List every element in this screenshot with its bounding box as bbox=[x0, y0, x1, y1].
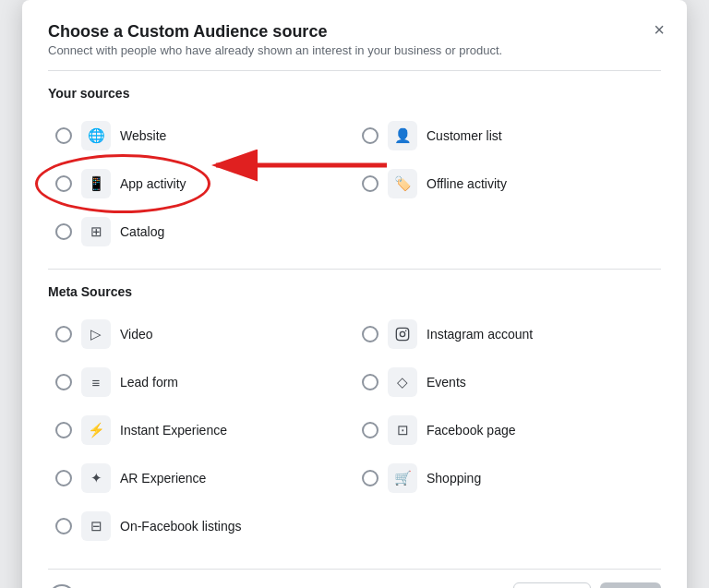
svg-point-4 bbox=[405, 330, 407, 332]
on-facebook-listings-icon: ⊟ bbox=[81, 511, 111, 541]
option-facebook-page[interactable]: ⊡ Facebook page bbox=[354, 406, 661, 454]
instant-experience-label: Instant Experience bbox=[120, 423, 227, 438]
customer-list-label: Customer list bbox=[427, 128, 502, 143]
radio-video[interactable] bbox=[55, 326, 72, 342]
offline-activity-icon: 🏷️ bbox=[388, 169, 417, 198]
radio-events[interactable] bbox=[362, 374, 379, 390]
website-icon: 🌐 bbox=[81, 121, 111, 150]
instagram-account-label: Instagram account bbox=[427, 327, 533, 342]
modal-title: Choose a Custom Audience source bbox=[48, 22, 661, 42]
footer-actions: Cancel Next bbox=[513, 582, 661, 588]
option-catalog[interactable]: ⊞ Catalog bbox=[48, 208, 354, 256]
video-label: Video bbox=[120, 327, 153, 342]
option-events[interactable]: ◇ Events bbox=[354, 358, 661, 406]
instagram-svg bbox=[395, 327, 410, 342]
catalog-label: Catalog bbox=[120, 224, 164, 239]
meta-left-col: ▷ Video ≡ Lead form ⚡ Instant Experience bbox=[48, 310, 354, 550]
customer-list-icon: 👤 bbox=[388, 121, 417, 150]
instagram-account-icon bbox=[388, 319, 417, 349]
app-activity-label: App activity bbox=[120, 176, 186, 191]
option-customer-list[interactable]: 👤 Customer list bbox=[354, 112, 661, 160]
header-divider bbox=[48, 70, 661, 71]
option-video[interactable]: ▷ Video bbox=[48, 310, 354, 358]
radio-ar-experience[interactable] bbox=[55, 470, 72, 486]
lead-form-icon: ≡ bbox=[81, 367, 111, 397]
option-app-activity[interactable]: 📱 App activity bbox=[48, 160, 354, 208]
option-website[interactable]: 🌐 Website bbox=[48, 112, 354, 160]
meta-sources-grid: ▷ Video ≡ Lead form ⚡ Instant Experience bbox=[48, 310, 661, 550]
app-activity-icon: 📱 bbox=[81, 169, 111, 198]
your-sources-section: Your sources 🌐 Website 📱 App activity bbox=[48, 86, 661, 256]
svg-point-3 bbox=[400, 331, 404, 336]
your-sources-label: Your sources bbox=[48, 86, 661, 101]
ar-experience-label: AR Experience bbox=[120, 471, 206, 486]
facebook-page-icon: ⊡ bbox=[388, 415, 417, 445]
meta-sources-section: Meta Sources ▷ Video ≡ Lead form bbox=[48, 284, 661, 550]
website-label: Website bbox=[120, 128, 166, 143]
radio-on-facebook-listings[interactable] bbox=[55, 518, 72, 534]
video-icon: ▷ bbox=[81, 319, 111, 349]
radio-app-activity[interactable] bbox=[55, 175, 72, 192]
shopping-icon: 🛒 bbox=[388, 463, 417, 493]
radio-shopping[interactable] bbox=[362, 470, 379, 486]
option-shopping[interactable]: 🛒 Shopping bbox=[354, 454, 661, 502]
your-sources-grid: 🌐 Website 📱 App activity ⊞ Catalog bbox=[48, 112, 661, 256]
lead-form-label: Lead form bbox=[120, 375, 178, 390]
facebook-page-label: Facebook page bbox=[427, 423, 516, 438]
radio-facebook-page[interactable] bbox=[362, 422, 379, 438]
radio-catalog[interactable] bbox=[55, 223, 72, 240]
modal-header: Choose a Custom Audience source Connect … bbox=[48, 22, 661, 57]
instant-experience-icon: ⚡ bbox=[81, 415, 111, 445]
meta-sources-label: Meta Sources bbox=[48, 284, 661, 299]
option-on-facebook-listings[interactable]: ⊟ On-Facebook listings bbox=[48, 502, 354, 550]
events-label: Events bbox=[427, 375, 466, 390]
option-instagram-account[interactable]: Instagram account bbox=[354, 310, 661, 358]
modal-subtitle: Connect with people who have already sho… bbox=[48, 43, 661, 57]
option-lead-form[interactable]: ≡ Lead form bbox=[48, 358, 354, 406]
cancel-button[interactable]: Cancel bbox=[513, 582, 591, 588]
radio-customer-list[interactable] bbox=[362, 127, 379, 144]
offline-activity-label: Offline activity bbox=[427, 176, 507, 191]
option-ar-experience[interactable]: ✦ AR Experience bbox=[48, 454, 354, 502]
radio-instant-experience[interactable] bbox=[55, 422, 72, 438]
meta-right-col: Instagram account ◇ Events ⊡ Facebook pa… bbox=[354, 310, 661, 550]
ar-experience-icon: ✦ bbox=[81, 463, 111, 493]
option-offline-activity[interactable]: 🏷️ Offline activity bbox=[354, 160, 661, 208]
section-divider bbox=[48, 269, 661, 270]
events-icon: ◇ bbox=[388, 367, 417, 397]
on-facebook-listings-label: On-Facebook listings bbox=[120, 519, 242, 534]
modal: Choose a Custom Audience source Connect … bbox=[22, 0, 687, 588]
radio-instagram-account[interactable] bbox=[362, 326, 379, 342]
close-button[interactable]: × bbox=[650, 17, 668, 42]
shopping-label: Shopping bbox=[427, 471, 481, 486]
radio-lead-form[interactable] bbox=[55, 374, 72, 390]
radio-website[interactable] bbox=[55, 127, 72, 144]
svg-rect-2 bbox=[396, 328, 408, 340]
radio-offline-activity[interactable] bbox=[362, 175, 379, 192]
help-button[interactable]: ? bbox=[48, 584, 76, 588]
next-button[interactable]: Next bbox=[600, 582, 661, 588]
catalog-icon: ⊞ bbox=[81, 217, 111, 246]
option-instant-experience[interactable]: ⚡ Instant Experience bbox=[48, 406, 354, 454]
modal-footer: ? Cancel Next bbox=[48, 569, 661, 588]
